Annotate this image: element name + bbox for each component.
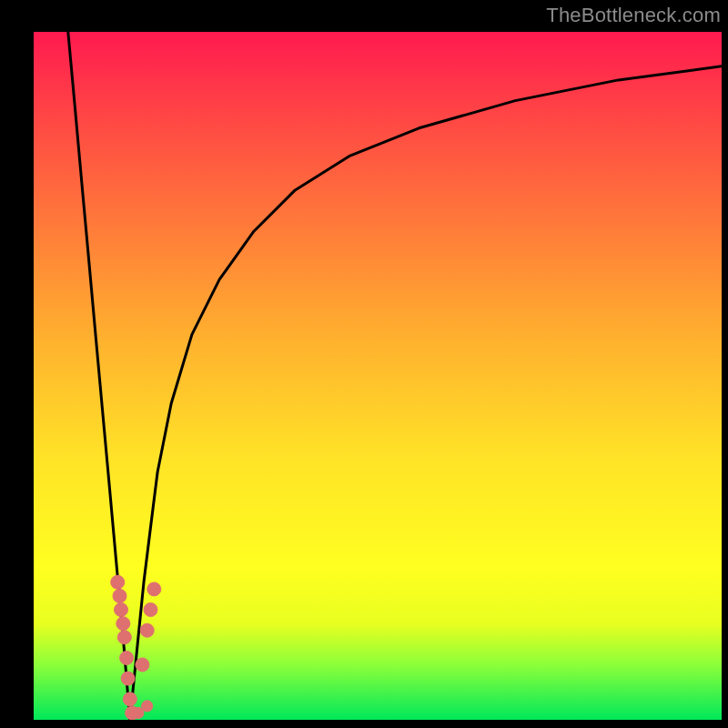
chart-svg (0, 0, 728, 728)
chart-frame: TheBottleneck.com (0, 0, 728, 728)
data-marker (136, 658, 149, 672)
data-marker (115, 603, 128, 617)
data-marker (113, 589, 126, 602)
data-marker (144, 603, 157, 617)
data-marker (121, 672, 135, 685)
data-marker (120, 652, 134, 665)
data-marker (140, 623, 154, 637)
data-marker (142, 701, 153, 712)
data-marker (117, 631, 131, 644)
curve-right-branch (130, 66, 722, 720)
data-marker (123, 693, 136, 706)
data-marker (111, 575, 125, 589)
data-marker (116, 617, 130, 631)
data-marker (147, 582, 161, 596)
